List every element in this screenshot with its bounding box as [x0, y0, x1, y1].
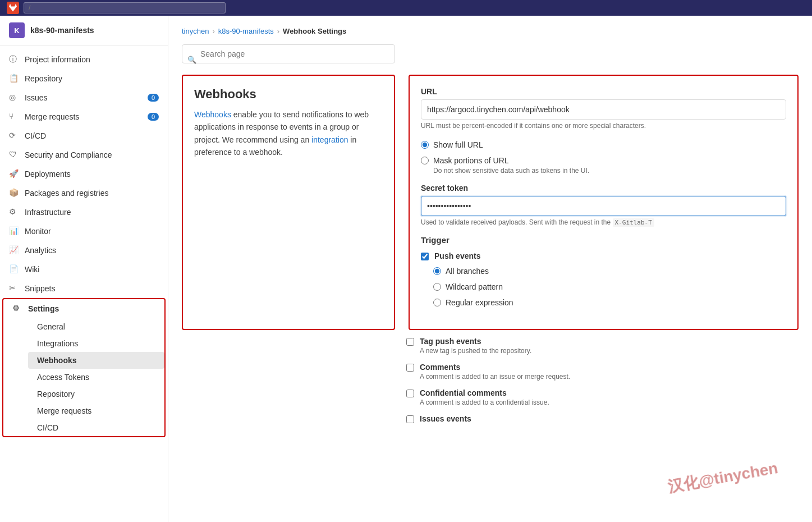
webhooks-description: Webhooks enable you to send notification… — [194, 108, 383, 159]
confidential-comments-checkbox[interactable] — [406, 390, 414, 397]
push-events-label[interactable]: Push events — [421, 251, 786, 260]
tag-push-checkbox[interactable] — [406, 338, 414, 346]
sidebar-project: K k8s-90-manifests — [0, 16, 168, 45]
sidebar-sub-item-repository-settings[interactable]: Repository — [28, 386, 164, 402]
sidebar-item-monitor[interactable]: 📊 Monitor — [0, 222, 168, 241]
sidebar-sub-item-merge-requests-settings[interactable]: Merge requests — [28, 402, 164, 419]
tag-push-group: Tag push events A new tag is pushed to t… — [406, 337, 799, 355]
wildcard-pattern-radio[interactable] — [433, 283, 441, 291]
sidebar-item-infrastructure[interactable]: ⚙ Infrastructure — [0, 203, 168, 222]
issues-badge: 0 — [148, 94, 159, 102]
merge-icon: ⑂ — [9, 112, 19, 122]
wildcard-pattern-radio-group: Wildcard pattern — [433, 281, 786, 293]
secret-token-label: Secret token — [421, 184, 786, 193]
topbar-search-input[interactable] — [24, 2, 226, 13]
infrastructure-icon: ⚙ — [9, 207, 19, 217]
webhooks-title: Webhooks — [194, 87, 383, 102]
show-full-url-radio-group: Show full URL — [421, 139, 786, 151]
sidebar-nav: ⓘ Project information 📋 Repository ◎ Iss… — [0, 45, 168, 442]
sidebar-sub-item-access-tokens[interactable]: Access Tokens — [28, 369, 164, 386]
secret-token-hint: Used to validate received payloads. Sent… — [421, 218, 786, 226]
comments-label[interactable]: Comments A comment is added to an issue … — [406, 363, 799, 381]
sidebar-sub-item-integrations[interactable]: Integrations — [28, 335, 164, 352]
mask-url-label[interactable]: Mask portions of URL — [421, 154, 786, 167]
mask-url-hint: Do not show sensitive data such as token… — [433, 167, 786, 175]
rocket-icon: 🚀 — [9, 169, 19, 179]
secret-token-input[interactable] — [421, 196, 786, 216]
regular-expression-radio-group: Regular expression — [433, 296, 786, 309]
sidebar-item-security[interactable]: 🛡 Security and Compliance — [0, 145, 168, 164]
comments-checkbox[interactable] — [406, 364, 414, 372]
breadcrumb-manifests[interactable]: k8s-90-manifests — [218, 27, 274, 35]
project-icon: K — [9, 22, 25, 38]
package-icon: 📦 — [9, 188, 19, 198]
sidebar-item-issues[interactable]: ◎ Issues 0 — [0, 88, 168, 107]
url-group: URL URL must be percent-encoded if it co… — [421, 87, 786, 130]
settings-section: ⚙ Settings General Integrations Webhooks… — [2, 298, 166, 437]
webhook-form-panel: URL URL must be percent-encoded if it co… — [409, 75, 799, 330]
issues-checkbox[interactable] — [406, 415, 414, 423]
below-form: Tag push events A new tag is pushed to t… — [182, 337, 799, 423]
tag-push-label[interactable]: Tag push events A new tag is pushed to t… — [406, 337, 799, 355]
show-full-url-label[interactable]: Show full URL — [421, 139, 786, 151]
breadcrumb-tinychen[interactable]: tinychen — [182, 27, 209, 35]
sidebar-item-cicd[interactable]: ⟳ CI/CD — [0, 126, 168, 145]
regular-expression-radio[interactable] — [433, 299, 441, 306]
push-events-group: Push events All branches — [421, 251, 786, 309]
trigger-group: Trigger Push events All br — [421, 235, 786, 309]
url-hint: URL must be percent-encoded if it contai… — [421, 122, 786, 130]
topbar — [0, 0, 812, 16]
url-input[interactable] — [421, 99, 786, 120]
sidebar-item-packages[interactable]: 📦 Packages and registries — [0, 184, 168, 203]
comments-group: Comments A comment is added to an issue … — [406, 363, 799, 381]
mask-url-radio[interactable] — [421, 157, 429, 164]
sidebar-item-repository[interactable]: 📋 Repository — [0, 69, 168, 88]
sidebar-item-wiki[interactable]: 📄 Wiki — [0, 260, 168, 279]
monitor-icon: 📊 — [9, 226, 19, 236]
settings-icon: ⚙ — [12, 304, 22, 314]
breadcrumb-sep-1: › — [212, 27, 214, 35]
project-name: k8s-90-manifests — [30, 26, 94, 35]
breadcrumb-current: Webhook Settings — [283, 27, 346, 35]
all-branches-label[interactable]: All branches — [433, 265, 786, 277]
sidebar-sub-item-webhooks[interactable]: Webhooks — [28, 352, 164, 369]
sidebar-item-deployments[interactable]: 🚀 Deployments — [0, 164, 168, 184]
issues-group: Issues events — [406, 414, 799, 423]
show-full-url-radio[interactable] — [421, 141, 429, 149]
webhook-info-panel: Webhooks Webhooks enable you to send not… — [182, 75, 395, 330]
issues-label[interactable]: Issues events — [406, 414, 799, 423]
sidebar-sub-item-cicd-settings[interactable]: CI/CD — [28, 419, 164, 436]
wiki-icon: 📄 — [9, 264, 19, 274]
book-icon: 📋 — [9, 74, 19, 84]
push-events-checkbox[interactable] — [421, 253, 429, 260]
search-icon: 🔍 — [187, 56, 196, 64]
webhooks-link[interactable]: Webhooks — [194, 110, 231, 119]
sidebar-item-project-information[interactable]: ⓘ Project information — [0, 50, 168, 69]
integration-link[interactable]: integration — [311, 135, 348, 144]
breadcrumb: tinychen › k8s-90-manifests › Webhook Se… — [182, 27, 799, 35]
sidebar-sub-item-general[interactable]: General — [28, 318, 164, 335]
push-events-sub: All branches Wildcard pattern — [433, 265, 786, 309]
sidebar-item-settings[interactable]: ⚙ Settings — [3, 299, 164, 318]
sidebar-item-merge-requests[interactable]: ⑂ Merge requests 0 — [0, 107, 168, 126]
info-icon: ⓘ — [9, 54, 19, 65]
gitlab-logo — [7, 2, 19, 14]
confidential-comments-label[interactable]: Confidential comments A comment is added… — [406, 388, 799, 406]
sidebar-item-snippets[interactable]: ✂ Snippets — [0, 279, 168, 298]
url-label: URL — [421, 87, 786, 96]
settings-sub-menu: General Integrations Webhooks Access Tok… — [3, 318, 164, 436]
shield-icon: 🛡 — [9, 150, 19, 160]
issue-icon: ◎ — [9, 93, 19, 103]
cicd-icon: ⟳ — [9, 131, 19, 141]
secret-token-group: Secret token Used to validate received p… — [421, 184, 786, 226]
url-display-group: Show full URL Mask portions of URL Do no… — [421, 139, 786, 175]
sidebar-item-analytics[interactable]: 📈 Analytics — [0, 241, 168, 260]
all-branches-radio[interactable] — [433, 267, 441, 275]
content-grid: Webhooks Webhooks enable you to send not… — [182, 75, 799, 330]
merge-requests-badge: 0 — [148, 113, 159, 121]
regular-expression-label[interactable]: Regular expression — [433, 296, 786, 309]
main-content: tinychen › k8s-90-manifests › Webhook Se… — [168, 16, 812, 522]
wildcard-pattern-label[interactable]: Wildcard pattern — [433, 281, 786, 293]
search-input[interactable] — [182, 44, 395, 63]
breadcrumb-sep-2: › — [277, 27, 279, 35]
